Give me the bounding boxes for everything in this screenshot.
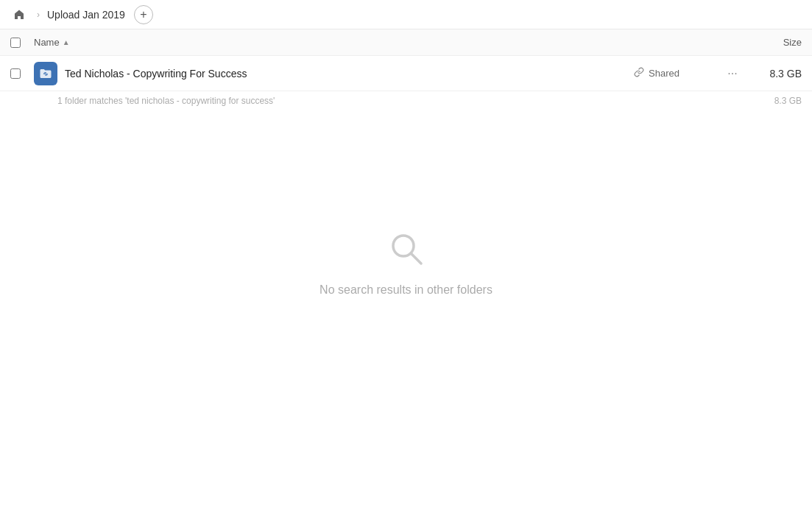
file-checkbox[interactable] xyxy=(10,68,21,79)
add-button[interactable]: + xyxy=(134,5,153,24)
size-column-header: Size xyxy=(743,37,802,48)
empty-state: No search results in other folders xyxy=(0,110,812,297)
home-button[interactable] xyxy=(9,4,29,25)
select-all-checkbox-col xyxy=(10,38,34,48)
top-bar: › Upload Jan 2019 + xyxy=(0,0,812,29)
shared-area: Shared xyxy=(634,67,722,80)
shared-label: Shared xyxy=(649,68,679,79)
column-header: Name ▲ Size xyxy=(0,29,812,56)
name-column-header[interactable]: Name ▲ xyxy=(34,37,743,48)
file-checkbox-col xyxy=(10,68,34,79)
match-summary-size: 8.3 GB xyxy=(743,96,802,106)
match-summary-text: 1 folder matches 'ted nicholas - copywri… xyxy=(57,96,275,106)
select-all-checkbox[interactable] xyxy=(10,38,21,48)
file-size: 8.3 GB xyxy=(743,68,802,80)
link-icon xyxy=(634,67,644,80)
name-column-label: Name xyxy=(34,37,60,48)
empty-state-text: No search results in other folders xyxy=(319,283,493,297)
more-options-button[interactable]: ··· xyxy=(722,63,743,84)
file-name: Ted Nicholas - Copywriting For Success xyxy=(65,68,634,80)
match-summary-row: 1 folder matches 'ted nicholas - copywri… xyxy=(0,91,812,110)
file-row[interactable]: Ted Nicholas - Copywriting For Success S… xyxy=(0,56,812,91)
breadcrumb-chevron: › xyxy=(37,10,40,20)
breadcrumb-title: Upload Jan 2019 xyxy=(47,9,125,21)
no-results-search-icon xyxy=(386,228,427,272)
sort-arrow-icon: ▲ xyxy=(63,38,70,46)
svg-line-2 xyxy=(411,253,421,264)
folder-icon xyxy=(34,62,57,85)
